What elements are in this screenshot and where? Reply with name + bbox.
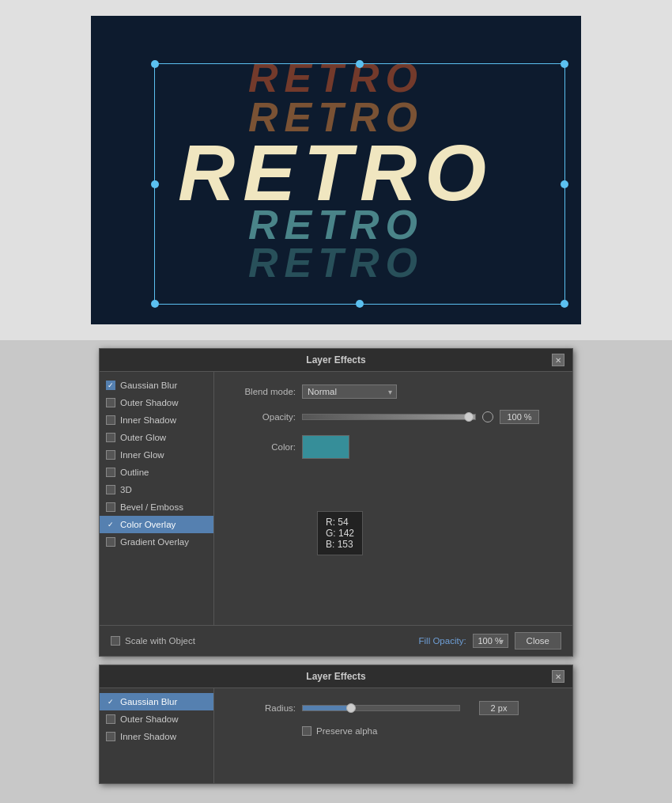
dialog-close-btn-1[interactable]: ✕ bbox=[552, 354, 564, 366]
checkbox-gradient-overlay[interactable] bbox=[106, 537, 115, 547]
checkbox-outline[interactable] bbox=[106, 468, 115, 477]
effect-label-3d: 3D bbox=[120, 485, 132, 494]
dialog-footer-1: Scale with Object Fill Opacity: 100 % Cl… bbox=[100, 625, 572, 656]
effect-outline[interactable]: Outline bbox=[100, 464, 213, 481]
footer-right-1: Fill Opacity: 100 % Close bbox=[419, 632, 561, 650]
radius-slider-thumb[interactable] bbox=[346, 703, 356, 713]
checkbox-bevel-emboss[interactable] bbox=[106, 502, 115, 512]
handle-ml[interactable] bbox=[151, 180, 159, 188]
checkbox-inner-glow[interactable] bbox=[106, 450, 115, 460]
blend-mode-select[interactable]: Normal bbox=[302, 384, 397, 399]
radius-value[interactable]: 2 px bbox=[479, 701, 519, 715]
color-row: Color: R: 54 G: 142 B: 153 bbox=[228, 435, 558, 459]
preserve-alpha-row: Preserve alpha bbox=[302, 726, 558, 736]
checkbox2-gaussian-blur[interactable] bbox=[106, 697, 115, 706]
checkbox-inner-shadow[interactable] bbox=[106, 415, 115, 425]
canvas-inner[interactable]: RETRO RETRO RETRO RETRO RETRO bbox=[91, 16, 581, 324]
opacity-slider-thumb[interactable] bbox=[464, 412, 474, 422]
effect-outer-shadow[interactable]: Outer Shadow bbox=[100, 394, 213, 411]
close-button-1[interactable]: Close bbox=[515, 632, 561, 650]
effect2-label-outer-shadow: Outer Shadow bbox=[120, 714, 179, 724]
effects-content-2: Radius: 2 px Preserve alpha bbox=[214, 688, 572, 783]
effect2-inner-shadow[interactable]: Inner Shadow bbox=[100, 728, 213, 745]
retro-main-text: RETRO bbox=[178, 133, 494, 212]
effect-label-outer-shadow: Outer Shadow bbox=[120, 398, 179, 407]
effect-label-inner-shadow: Inner Shadow bbox=[120, 415, 176, 425]
color-b: B: 153 bbox=[326, 539, 354, 550]
effect-gaussian-blur[interactable]: Gaussian Blur bbox=[100, 377, 213, 394]
checkbox-outer-shadow[interactable] bbox=[106, 398, 115, 407]
checkbox-3d[interactable] bbox=[106, 485, 115, 494]
effects-list-1: Gaussian Blur Outer Shadow Inner Shadow … bbox=[100, 372, 214, 625]
effect-inner-shadow[interactable]: Inner Shadow bbox=[100, 411, 213, 429]
radius-row: Radius: 2 px bbox=[228, 701, 558, 715]
blend-mode-row: Blend mode: Normal bbox=[228, 384, 558, 399]
blend-mode-label: Blend mode: bbox=[228, 387, 296, 396]
radius-label: Radius: bbox=[228, 703, 296, 713]
scale-with-object-label: Scale with Object bbox=[125, 636, 195, 646]
effect-label-outer-glow: Outer Glow bbox=[120, 433, 166, 442]
effect-label-outline: Outline bbox=[120, 468, 149, 477]
handle-mr[interactable] bbox=[561, 180, 568, 188]
color-g: G: 142 bbox=[326, 528, 354, 539]
handle-tr[interactable] bbox=[561, 60, 568, 68]
dialog-body-1: Gaussian Blur Outer Shadow Inner Shadow … bbox=[100, 372, 572, 625]
effect-label-bevel-emboss: Bevel / Emboss bbox=[120, 502, 183, 512]
handle-tm[interactable] bbox=[356, 60, 364, 68]
effect-label-gradient-overlay: Gradient Overlay bbox=[120, 537, 189, 547]
preserve-alpha-label: Preserve alpha bbox=[316, 726, 377, 736]
opacity-value[interactable]: 100 % bbox=[500, 410, 539, 424]
scale-with-object-row: Scale with Object bbox=[111, 636, 195, 646]
checkbox-gaussian-blur[interactable] bbox=[106, 381, 115, 390]
opacity-circle bbox=[482, 411, 493, 422]
color-swatch[interactable] bbox=[302, 435, 349, 459]
effect-gradient-overlay[interactable]: Gradient Overlay bbox=[100, 533, 213, 551]
effect2-label-inner-shadow: Inner Shadow bbox=[120, 732, 176, 741]
fill-opacity-label: Fill Opacity: bbox=[419, 636, 466, 646]
color-tooltip: R: 54 G: 142 B: 153 bbox=[317, 511, 363, 555]
effect-label-gaussian-blur: Gaussian Blur bbox=[120, 381, 177, 390]
blend-mode-select-wrapper[interactable]: Normal bbox=[302, 384, 397, 399]
effect2-gaussian-blur[interactable]: Gaussian Blur bbox=[100, 693, 213, 710]
layer-effects-dialog-1: Layer Effects ✕ Gaussian Blur Outer Shad… bbox=[99, 348, 573, 657]
layer-effects-dialog-2: Layer Effects ✕ Gaussian Blur Outer Shad… bbox=[99, 665, 573, 784]
handle-br[interactable] bbox=[561, 300, 568, 308]
effect-outer-glow[interactable]: Outer Glow bbox=[100, 429, 213, 446]
effect-label-color-overlay: Color Overlay bbox=[120, 520, 176, 529]
dialog-titlebar-1: Layer Effects ✕ bbox=[100, 349, 572, 372]
dialog-titlebar-2: Layer Effects ✕ bbox=[100, 665, 572, 688]
effect-label-inner-glow: Inner Glow bbox=[120, 450, 164, 460]
opacity-label: Opacity: bbox=[228, 412, 296, 422]
effects-content-1: Blend mode: Normal Opacity: 100 % Color: bbox=[214, 372, 572, 625]
effect2-outer-shadow[interactable]: Outer Shadow bbox=[100, 710, 213, 728]
canvas-area: RETRO RETRO RETRO RETRO RETRO bbox=[0, 0, 672, 340]
dialog-title-1: Layer Effects bbox=[120, 354, 552, 366]
checkbox-color-overlay[interactable] bbox=[106, 520, 115, 529]
checkbox2-outer-shadow[interactable] bbox=[106, 714, 115, 724]
dialog-close-btn-2[interactable]: ✕ bbox=[552, 670, 564, 683]
fill-opacity-select-wrapper[interactable]: 100 % bbox=[473, 634, 508, 648]
dialog-body-2: Gaussian Blur Outer Shadow Inner Shadow … bbox=[100, 688, 572, 783]
effects-list-2: Gaussian Blur Outer Shadow Inner Shadow bbox=[100, 688, 214, 783]
effect-bevel-emboss[interactable]: Bevel / Emboss bbox=[100, 498, 213, 516]
handle-bm[interactable] bbox=[356, 300, 364, 308]
opacity-row: Opacity: 100 % bbox=[228, 410, 558, 424]
checkbox-outer-glow[interactable] bbox=[106, 433, 115, 442]
checkbox-preserve-alpha[interactable] bbox=[302, 726, 311, 736]
handle-bl[interactable] bbox=[151, 300, 159, 308]
radius-slider-track[interactable] bbox=[302, 705, 460, 711]
dialog-title-2: Layer Effects bbox=[120, 671, 552, 682]
effect-3d[interactable]: 3D bbox=[100, 481, 213, 498]
effect-color-overlay[interactable]: Color Overlay bbox=[100, 516, 213, 533]
checkbox2-inner-shadow[interactable] bbox=[106, 732, 115, 741]
checkbox-scale-with-object[interactable] bbox=[111, 636, 120, 646]
color-r: R: 54 bbox=[326, 517, 354, 528]
color-label: Color: bbox=[228, 442, 296, 452]
fill-opacity-value[interactable]: 100 % bbox=[473, 634, 508, 648]
effect-inner-glow[interactable]: Inner Glow bbox=[100, 446, 213, 464]
handle-tl[interactable] bbox=[151, 60, 159, 68]
effect2-label-gaussian-blur: Gaussian Blur bbox=[120, 697, 177, 706]
opacity-slider-track[interactable] bbox=[302, 414, 476, 420]
